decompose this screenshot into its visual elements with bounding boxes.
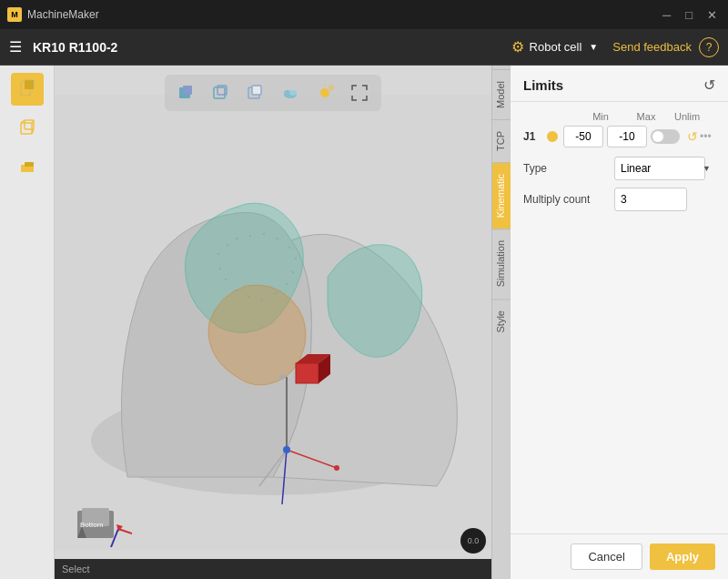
minimize-button[interactable]: ─ [659,8,674,22]
multiply-count-field-row: Multiply count [523,188,715,211]
svg-line-25 [330,90,331,91]
maximize-button[interactable]: □ [682,8,696,22]
corner-view-tool[interactable] [241,78,270,107]
titlebar-left: M MachineMaker [7,7,99,22]
app-title: MachineMaker [27,8,99,21]
j1-min-input[interactable] [563,126,603,147]
j1-unlimited-toggle[interactable] [651,129,680,144]
viewport-statusbar: Select [55,559,491,579]
svg-point-35 [263,233,265,235]
panel-body: Min Max Unlim J1 ↺ ••• Type [511,102,728,533]
svg-point-21 [289,90,297,96]
wire-cube-tool[interactable] [11,111,44,144]
multiply-count-input[interactable] [614,188,687,211]
j1-more-button[interactable]: ••• [700,130,712,143]
type-select[interactable]: Linear Rotary [614,157,705,180]
svg-rect-9 [25,162,34,167]
svg-point-44 [236,290,238,291]
viewport-toolbar [165,75,381,111]
main-area: Bottom 0.0 Select Model TCP Kinematic Si… [0,66,728,579]
multiply-count-label: Multiply count [523,193,614,206]
nav-dot: 0.0 [460,528,486,554]
expand-tool[interactable] [345,78,374,107]
j1-spin-icon[interactable]: ↺ [687,129,698,144]
svg-point-41 [275,292,277,294]
wireframe-tool[interactable] [207,78,236,107]
cancel-button[interactable]: Cancel [571,543,642,570]
svg-point-36 [277,238,278,239]
titlebar-controls: ─ □ ✕ [659,8,721,22]
tab-kinematic[interactable]: Kinematic [492,162,511,229]
svg-point-43 [248,296,249,298]
svg-point-53 [279,374,285,380]
orange-cube-tool[interactable] [11,73,44,106]
type-label: Type [523,162,614,175]
viewport: Bottom 0.0 Select [55,66,491,579]
svg-rect-1 [25,80,34,89]
left-toolbar [0,66,55,579]
svg-text:Bottom: Bottom [80,521,104,529]
cloud-tool[interactable] [276,78,305,107]
solid-view-tool[interactable] [172,78,201,107]
j1-status-dot [547,131,558,142]
svg-point-51 [283,446,290,453]
j1-label: J1 [523,130,541,143]
tab-model[interactable]: Model [492,69,511,119]
svg-point-37 [288,247,290,249]
right-panel: Limits ↺ Min Max Unlim J1 ↺ ••• [510,66,728,579]
menubar: ☰ KR10 R1100-2 ⚙ Robot cell ▼ Send feedb… [0,29,728,66]
titlebar: M MachineMaker ─ □ ✕ [0,0,728,29]
panel-footer: Cancel Apply [511,533,728,579]
project-title: KR10 R1100-2 [33,40,511,55]
j1-row: J1 ↺ ••• [523,126,715,147]
robot-icon: ⚙ [511,38,524,56]
min-header: Min [578,111,623,122]
nav-dot-label: 0.0 [468,536,480,545]
panel-title: Limits [523,77,563,93]
vertical-tabs: Model TCP Kinematic Simulation Style [491,66,510,579]
reset-button[interactable]: ↺ [703,76,715,94]
tab-simulation[interactable]: Simulation [492,229,511,298]
close-button[interactable]: ✕ [703,8,721,22]
tab-tcp[interactable]: TCP [492,119,511,162]
hamburger-menu[interactable]: ☰ [9,38,22,56]
type-select-wrap: Linear Rotary ▼ [614,157,715,180]
svg-point-23 [329,85,334,90]
compass: Bottom [73,506,127,552]
svg-point-31 [217,253,219,255]
send-feedback-button[interactable]: Send feedback [612,40,692,54]
svg-rect-12 [214,87,225,98]
apply-button[interactable]: Apply [650,543,715,570]
light-tool[interactable] [310,78,339,107]
help-button[interactable]: ? [699,37,719,57]
tab-style[interactable]: Style [492,299,511,343]
svg-point-42 [261,299,263,300]
svg-point-40 [286,283,288,285]
j1-toggle-knob [652,131,663,142]
svg-rect-3 [21,123,32,134]
robot-cell-area: ⚙ Robot cell ▼ [511,38,599,56]
j1-max-input[interactable] [607,126,647,147]
svg-point-38 [295,258,297,259]
svg-point-46 [219,268,221,269]
svg-rect-28 [296,363,318,383]
svg-rect-18 [252,86,261,95]
panel-header: Limits ↺ [511,66,728,102]
limits-column-headers: Min Max Unlim [523,111,715,122]
app-logo: M [7,7,22,22]
flat-tool[interactable] [11,149,44,182]
svg-point-52 [334,465,339,471]
svg-point-45 [225,279,227,280]
svg-line-57 [118,529,132,533]
multiply-count-control [614,188,715,211]
select-status: Select [62,564,90,574]
robot-cell-dropdown[interactable]: ▼ [589,42,598,52]
svg-point-34 [249,235,251,237]
svg-point-33 [236,238,238,239]
max-header: Max [623,111,669,122]
svg-point-39 [292,271,294,273]
unlim-header: Unlim [669,111,705,122]
svg-point-32 [227,244,228,246]
svg-rect-11 [183,86,192,95]
robot-cell-label: Robot cell [530,40,582,54]
